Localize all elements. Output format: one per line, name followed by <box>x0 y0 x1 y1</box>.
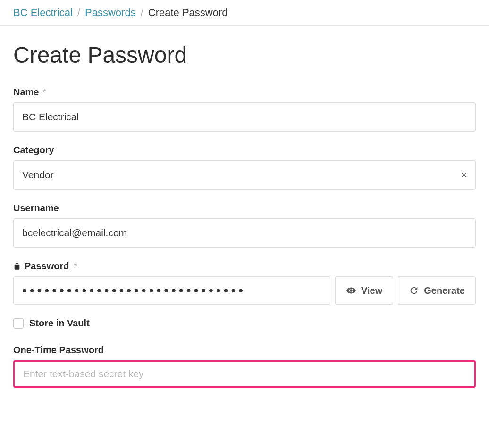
refresh-icon <box>409 285 419 296</box>
category-clear-button[interactable] <box>460 171 468 179</box>
breadcrumb: BC Electrical / Passwords / Create Passw… <box>0 0 489 26</box>
password-label: Password * <box>13 261 476 272</box>
otp-input[interactable] <box>13 360 476 388</box>
breadcrumb-link-client[interactable]: BC Electrical <box>13 7 73 19</box>
store-in-vault-label[interactable]: Store in Vault <box>29 318 90 329</box>
view-password-button[interactable]: View <box>335 276 393 305</box>
breadcrumb-separator: / <box>141 7 143 19</box>
generate-password-button[interactable]: Generate <box>398 276 476 305</box>
password-label-text: Password <box>25 261 69 272</box>
breadcrumb-link-passwords[interactable]: Passwords <box>85 7 136 19</box>
category-label: Category <box>13 145 476 156</box>
form-group-password: Password * View Generate <box>13 261 476 305</box>
required-mark: * <box>74 261 77 272</box>
required-mark: * <box>42 87 46 97</box>
category-value: Vendor <box>22 169 54 181</box>
page-title: Create Password <box>13 42 476 68</box>
category-select[interactable]: Vendor <box>13 160 476 190</box>
password-input[interactable] <box>13 276 330 305</box>
close-icon <box>460 171 468 179</box>
lock-icon <box>13 262 21 271</box>
otp-label: One-Time Password <box>13 345 476 356</box>
password-row: View Generate <box>13 276 476 305</box>
name-label-text: Name <box>13 87 39 97</box>
form-group-username: Username <box>13 203 476 248</box>
store-in-vault-row: Store in Vault <box>13 318 476 329</box>
name-label: Name * <box>13 87 476 98</box>
view-button-label: View <box>361 285 382 296</box>
username-input[interactable] <box>13 218 476 248</box>
name-input[interactable] <box>13 102 476 132</box>
eye-icon <box>346 285 356 296</box>
store-in-vault-checkbox[interactable] <box>13 318 24 329</box>
form-group-otp: One-Time Password <box>13 345 476 388</box>
category-select-wrap: Vendor <box>13 160 476 190</box>
form-group-name: Name * <box>13 87 476 132</box>
generate-button-label: Generate <box>424 285 465 296</box>
form-group-category: Category Vendor <box>13 145 476 190</box>
breadcrumb-current: Create Password <box>148 7 228 19</box>
username-label: Username <box>13 203 476 214</box>
breadcrumb-separator: / <box>77 7 80 19</box>
main-content: Create Password Name * Category Vendor U… <box>0 26 489 414</box>
